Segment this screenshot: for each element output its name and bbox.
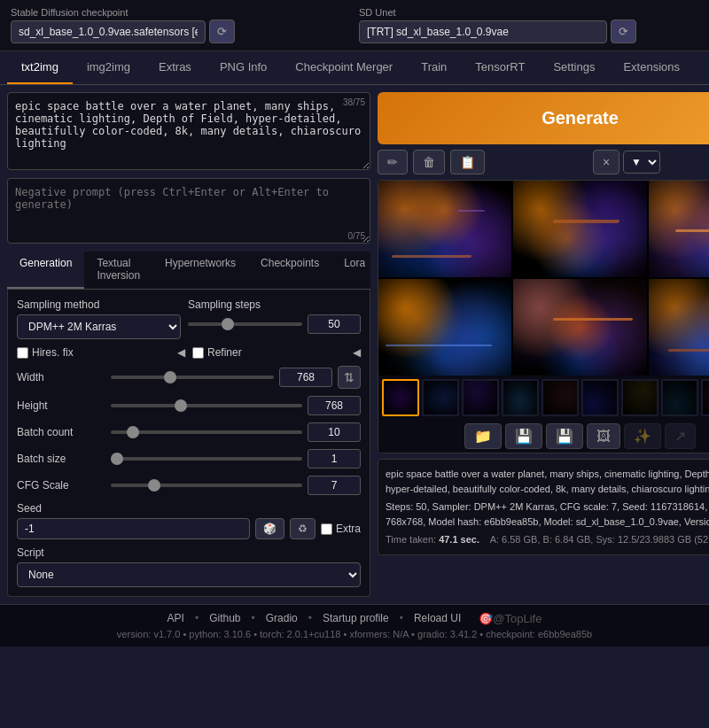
- space-image-4: [378, 279, 511, 376]
- batch-size-slider[interactable]: [111, 457, 302, 461]
- tab-checkpoint-merger[interactable]: Checkpoint Merger: [281, 51, 407, 84]
- space-image-2: [513, 181, 646, 277]
- refiner-checkbox[interactable]: [192, 347, 204, 359]
- script-select[interactable]: None: [17, 562, 361, 587]
- tab-train[interactable]: Train: [407, 51, 461, 84]
- batch-count-slider[interactable]: [111, 430, 302, 434]
- stop-dropdown[interactable]: ▼: [623, 151, 660, 174]
- unet-label: SD Unet: [359, 7, 698, 18]
- space-image-1: [378, 181, 511, 277]
- tab-extensions[interactable]: Extensions: [609, 51, 694, 84]
- sampling-steps-slider[interactable]: [188, 322, 302, 326]
- checkpoint-refresh-btn[interactable]: ⟳: [209, 19, 235, 43]
- thumbnail-7[interactable]: [621, 379, 658, 416]
- height-input[interactable]: [308, 396, 361, 415]
- thumbnail-3[interactable]: [462, 379, 499, 416]
- footer-reload-link[interactable]: Reload UI: [414, 612, 461, 625]
- seed-input[interactable]: [17, 518, 250, 539]
- gen-tab-textual-inversion[interactable]: Textual Inversion: [84, 252, 152, 289]
- footer-api-link[interactable]: API: [168, 612, 184, 625]
- space-image-3: [649, 181, 709, 277]
- sampling-method-select[interactable]: DPM++ 2M Karras: [17, 314, 181, 339]
- copy-btn[interactable]: 📋: [450, 150, 485, 174]
- footer-sep-3: •: [308, 612, 312, 625]
- hires-fix-checkbox[interactable]: [17, 347, 28, 359]
- batch-size-input[interactable]: [308, 449, 361, 469]
- positive-char-count: 38/75: [343, 97, 365, 107]
- folder-tool-btn[interactable]: 📁: [464, 423, 502, 449]
- image-cell-6: [649, 279, 709, 376]
- cfg-scale-slider[interactable]: [111, 484, 302, 487]
- seed-row: 🎲 ♻ Extra: [17, 518, 361, 539]
- extra-checkbox[interactable]: [321, 523, 332, 535]
- generation-section: Generation Textual Inversion Hypernetwor…: [7, 252, 370, 597]
- tab-extras[interactable]: Extras: [144, 51, 206, 84]
- footer-sep-4: •: [400, 612, 403, 625]
- width-slider[interactable]: [111, 376, 274, 379]
- swap-dimensions-btn[interactable]: ⇅: [338, 366, 361, 389]
- effects-tool-btn[interactable]: ✨: [624, 423, 661, 449]
- gen-tab-lora[interactable]: Lora: [331, 252, 370, 289]
- positive-prompt-input[interactable]: [7, 92, 370, 170]
- seed-dice-btn[interactable]: 🎲: [255, 518, 284, 539]
- script-section: Script None: [17, 546, 361, 587]
- image-info: epic space battle over a water planet, m…: [378, 459, 709, 555]
- top-bar: Stable Diffusion checkpoint sd_xl_base_1…: [0, 0, 709, 51]
- width-input[interactable]: [279, 368, 332, 387]
- checkpoint-dropdown[interactable]: sd_xl_base_1.0_0.9vae.safetensors [e6bb9…: [11, 20, 206, 43]
- thumb-img-2: [424, 381, 457, 414]
- negative-prompt-input[interactable]: [7, 178, 370, 244]
- stop-row: × ▼: [593, 150, 660, 174]
- tab-png-info[interactable]: PNG Info: [206, 51, 281, 84]
- image-cell-3: [649, 181, 709, 277]
- footer-logo: 🎯@TopLife: [479, 612, 541, 625]
- sampling-steps-label: Sampling steps: [188, 298, 361, 311]
- generation-tabs: Generation Textual Inversion Hypernetwor…: [7, 252, 370, 290]
- stop-btn[interactable]: ×: [593, 150, 619, 174]
- unet-refresh-btn[interactable]: ⟳: [611, 19, 636, 43]
- negative-prompt-box: 0/75: [7, 178, 370, 246]
- gen-tab-generation[interactable]: Generation: [7, 252, 84, 289]
- save-tool-btn[interactable]: 💾: [505, 423, 542, 449]
- export-tool-btn[interactable]: ↗: [665, 423, 696, 449]
- pen-btn[interactable]: ✏: [378, 150, 408, 174]
- seed-recycle-btn[interactable]: ♻: [290, 518, 316, 539]
- footer-startup-link[interactable]: Startup profile: [323, 612, 389, 625]
- image-cell-2: [513, 181, 646, 277]
- hires-chevron-btn[interactable]: ◀: [177, 346, 185, 359]
- trash-btn[interactable]: 🗑: [413, 150, 445, 174]
- refiner-label[interactable]: Refiner: [192, 346, 242, 359]
- thumbnail-6[interactable]: [581, 379, 619, 416]
- thumbnail-8[interactable]: [661, 379, 698, 416]
- height-slider[interactable]: [111, 404, 302, 407]
- thumb-img-9: [703, 381, 709, 414]
- extra-checkbox-label[interactable]: Extra: [321, 523, 361, 535]
- refiner-chevron-btn[interactable]: ◀: [353, 346, 361, 359]
- image-cell-4: [378, 279, 511, 376]
- tab-settings[interactable]: Settings: [539, 51, 609, 84]
- sampling-steps-input[interactable]: [308, 314, 361, 334]
- tab-tensorrt[interactable]: TensorRT: [461, 51, 539, 84]
- hires-refiner-row: Hires. fix ◀ Refiner ◀: [17, 346, 361, 359]
- thumbnail-4[interactable]: [502, 379, 539, 416]
- thumbnail-9[interactable]: [701, 379, 709, 416]
- tab-txt2img[interactable]: txt2img: [7, 51, 73, 84]
- batch-count-label: Batch count: [17, 426, 105, 438]
- generate-button[interactable]: Generate: [378, 92, 709, 144]
- unet-dropdown[interactable]: [TRT] sd_xl_base_1.0_0.9vae: [359, 20, 607, 43]
- cfg-scale-input[interactable]: [308, 476, 361, 495]
- batch-count-input[interactable]: [308, 422, 361, 442]
- footer-gradio-link[interactable]: Gradio: [266, 612, 298, 625]
- thumbnail-1[interactable]: [382, 379, 419, 416]
- space-image-6: [649, 279, 709, 376]
- tab-img2img[interactable]: img2img: [73, 51, 144, 84]
- image-tool-btn[interactable]: 🖼: [587, 423, 620, 449]
- thumb-img-3: [464, 381, 497, 414]
- footer-github-link[interactable]: Github: [209, 612, 240, 625]
- gen-tab-hypernetworks[interactable]: Hypernetworks: [152, 252, 248, 289]
- hires-fix-label[interactable]: Hires. fix: [17, 346, 74, 359]
- gen-tab-checkpoints[interactable]: Checkpoints: [248, 252, 331, 289]
- thumbnail-2[interactable]: [422, 379, 459, 416]
- save2-tool-btn[interactable]: 💾: [546, 423, 583, 449]
- thumbnail-5[interactable]: [541, 379, 579, 416]
